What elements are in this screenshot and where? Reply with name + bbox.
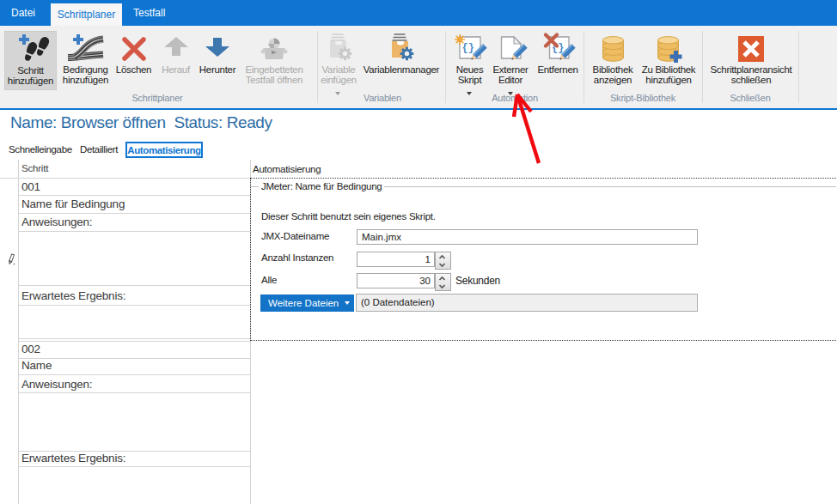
svg-text:{}: {} xyxy=(462,42,474,54)
